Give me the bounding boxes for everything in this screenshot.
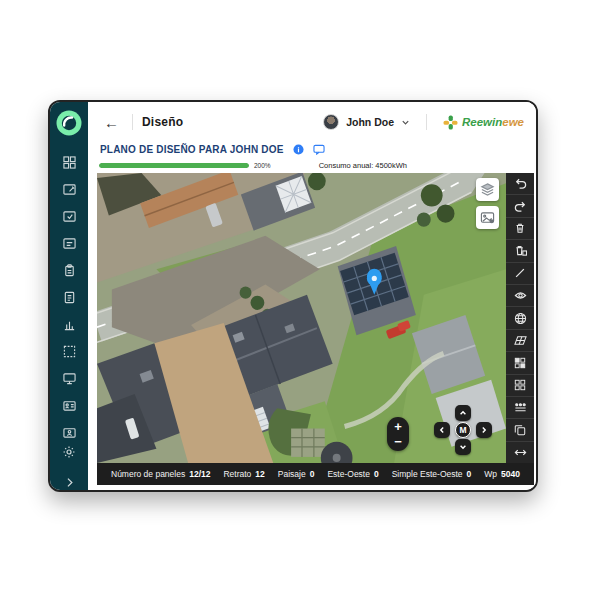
filled-grid-icon[interactable] xyxy=(506,352,534,374)
globe-grid-icon[interactable] xyxy=(506,307,534,329)
settings-gear-icon[interactable] xyxy=(59,442,79,462)
content-area: ← Diseño John Doe R xyxy=(88,102,536,490)
bar-chart-icon[interactable] xyxy=(59,314,79,334)
satellite-map[interactable]: + − M xyxy=(97,173,506,463)
brand-name-green: Reewin xyxy=(462,116,502,128)
page-title: Diseño xyxy=(142,115,183,129)
document-check-icon[interactable] xyxy=(59,206,79,226)
stat-numero-paneles: Número de paneles 12/12 xyxy=(111,469,210,479)
info-icon[interactable] xyxy=(293,144,304,155)
pan-right-button[interactable] xyxy=(476,422,492,438)
panel-stats-bar: Número de paneles 12/12 Retrato 12 Paisa… xyxy=(97,463,534,485)
brand-name-orange: ewe xyxy=(502,116,524,128)
outline-grid-icon[interactable] xyxy=(506,375,534,397)
stat-simple-este-oeste: Simple Este-Oeste 0 xyxy=(392,469,472,479)
pan-center-button[interactable]: M xyxy=(455,422,471,438)
duplicate-icon[interactable] xyxy=(506,419,534,441)
clipboard-icon[interactable] xyxy=(59,260,79,280)
pan-left-button[interactable] xyxy=(434,422,450,438)
comment-icon[interactable] xyxy=(313,144,325,155)
horizontal-move-icon[interactable] xyxy=(506,442,534,463)
zoom-control: + − xyxy=(387,417,409,451)
stat-este-oeste: Este-Oeste 0 xyxy=(327,469,378,479)
presentation-icon[interactable] xyxy=(59,368,79,388)
design-toolbar xyxy=(506,173,534,463)
skewed-panel-icon[interactable] xyxy=(506,330,534,352)
delete-icon[interactable] xyxy=(506,218,534,240)
visibility-eye-icon[interactable] xyxy=(506,285,534,307)
undo-icon[interactable] xyxy=(506,173,534,195)
pan-down-button[interactable] xyxy=(455,439,471,455)
progress-fill xyxy=(99,163,249,168)
stat-retrato: Retrato 12 xyxy=(223,469,264,479)
contact-card-icon[interactable] xyxy=(59,422,79,442)
dashboard-grid-icon[interactable] xyxy=(59,152,79,172)
brand-logo: Reewinewe xyxy=(443,115,524,130)
progress-percent: 200% xyxy=(254,162,271,169)
app-window: ← Diseño John Doe R xyxy=(48,100,538,492)
pan-control: M xyxy=(430,405,496,455)
divider xyxy=(132,114,133,130)
layers-icon[interactable] xyxy=(476,178,499,201)
stat-wp: Wp 5040 xyxy=(484,469,520,479)
plan-title-row: PLANO DE DISEÑO PARA JOHN DOE xyxy=(88,142,536,159)
map-zone: 200% Consumo anual: 4500kWh xyxy=(97,159,534,485)
divider xyxy=(426,114,427,130)
brand-flower-icon xyxy=(443,115,458,130)
zoom-in-button[interactable]: + xyxy=(387,420,409,433)
pan-up-button[interactable] xyxy=(455,405,471,421)
app-logo[interactable] xyxy=(56,110,82,136)
stat-paisaje: Paisaje 0 xyxy=(278,469,315,479)
chevron-down-icon[interactable] xyxy=(401,118,410,127)
user-name[interactable]: John Doe xyxy=(346,116,394,128)
consumption-progress-row: 200% Consumo anual: 4500kWh xyxy=(97,159,534,173)
plan-title: PLANO DE DISEÑO PARA JOHN DOE xyxy=(100,144,284,155)
expand-chevron-icon[interactable] xyxy=(59,472,79,492)
redo-icon[interactable] xyxy=(506,195,534,217)
imagery-settings-icon[interactable] xyxy=(476,206,499,229)
consumption-progress-bar xyxy=(99,163,249,168)
report-icon[interactable] xyxy=(59,287,79,307)
draw-line-icon[interactable] xyxy=(506,263,534,285)
document-text-icon[interactable] xyxy=(59,233,79,253)
annual-consumption-label: Consumo anual: 4500kWh xyxy=(319,161,407,170)
selection-area-icon[interactable] xyxy=(59,341,79,361)
delete-all-icon[interactable] xyxy=(506,240,534,262)
user-avatar[interactable] xyxy=(323,114,339,130)
sidebar xyxy=(50,102,88,490)
header: ← Diseño John Doe R xyxy=(88,102,536,142)
design-edit-icon[interactable] xyxy=(59,179,79,199)
id-card-icon[interactable] xyxy=(59,395,79,415)
back-button[interactable]: ← xyxy=(100,113,123,132)
table-align-icon[interactable] xyxy=(506,397,534,419)
zoom-out-button[interactable]: − xyxy=(387,435,409,448)
